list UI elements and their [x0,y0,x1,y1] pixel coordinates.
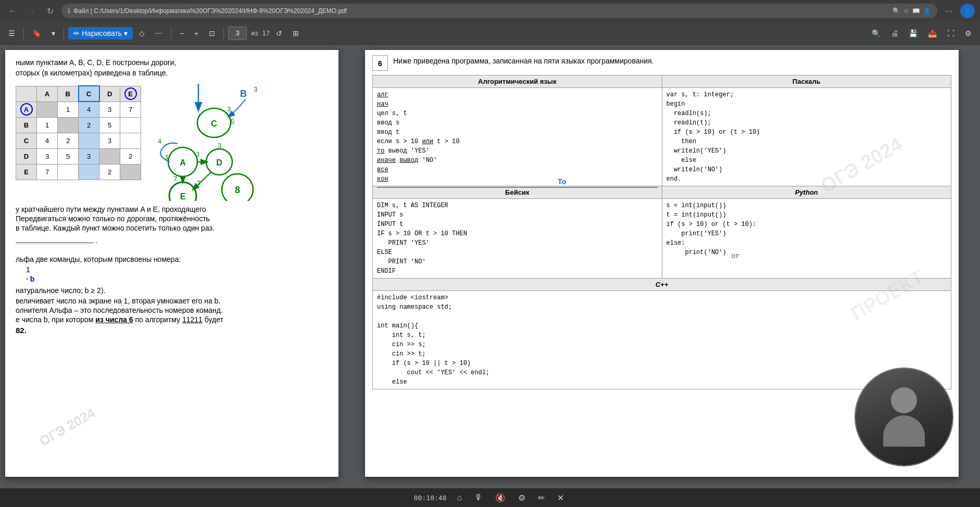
forward-button[interactable]: → [24,4,39,18]
zoom-out-button[interactable]: − [175,27,188,40]
algo-code: алг нач цел s, t ввод s ввод t если s > … [377,90,658,184]
toolbar-sep-1 [23,27,24,40]
question-header: 6 Ниже приведена программа, записанная н… [372,55,951,71]
svg-text:C: C [211,119,217,128]
draw-button[interactable]: ✏ Нарисовать ▾ [68,27,133,40]
pdf-settings-button[interactable]: ⚙ [961,27,976,40]
cpp-code: #include <iostream> using namespace std;… [377,293,947,387]
cpp-header: C++ [373,278,951,291]
svg-text:B: B [240,88,247,99]
share-button[interactable]: 📤 [924,27,941,40]
extensions-button[interactable]: ⋯ [941,4,956,18]
save-button[interactable]: 💾 [904,27,922,40]
col2-header: Паскаль [662,75,951,88]
toolbar-sep-4 [223,27,224,40]
status-close-button[interactable]: ✕ [555,491,566,505]
star-icon: ☆ [903,7,909,15]
fullscreen-button[interactable]: ⛶ [943,27,959,40]
scrollbar-area: 00:10:48 ⌂ 🎙 🔇 ⚙ ✏ ✕ [0,488,980,507]
status-home-button[interactable]: ⌂ [455,491,464,504]
cpp-code-cell: #include <iostream> using namespace std;… [373,291,951,389]
task-text-3: в таблице. Каждый пункт можно посетить т… [16,224,328,232]
task2-text2: олнителя Альфа – это последовательность … [16,306,328,314]
pascal-code: var s, t: integer; begin readln(s); read… [667,90,947,184]
status-bar: 00:10:48 ⌂ 🎙 🔇 ⚙ ✏ ✕ [0,488,980,507]
draw-dropdown-icon: ▾ [124,29,128,37]
left-intro-text: ными пунктами A, B, C, D, E построены до… [16,58,328,67]
page-sep: из [251,29,258,37]
task2-text1: величивает число на экране на 1, вторая … [16,297,328,305]
task2-line2: · b [26,275,328,283]
pdf-toolbar: ☰ 🔖 ▾ ✏ Нарисовать ▾ ◇ ⋯ − + ⊡ из 17 ↺ ⊞… [0,22,980,45]
or-annotation: or [731,252,740,260]
eraser-button[interactable]: ◇ [135,27,149,40]
to-annotation: То [558,178,566,186]
toolbar-sep-3 [171,27,171,40]
basic-code: DIM s, t AS INTEGER INPUT s INPUT t IF s… [377,201,658,276]
svg-text:5: 5 [231,118,234,125]
left-page: ными пунктами A, B, C, D, E построены до… [5,50,338,477]
svg-text:E: E [180,192,186,201]
task2-intro: льфа две команды, которым присвоены номе… [16,255,328,263]
col4-header: Python [662,186,951,199]
answer-area: . [16,236,328,245]
col1-header: Алгоритмический язык [373,75,662,88]
browser-bar: ← → ↻ ℹ Файл | C:/Users/1/Desktop/Информ… [0,0,980,22]
address-bar[interactable]: ℹ Файл | C:/Users/1/Desktop/Информатика%… [61,4,937,18]
distance-table: A B C D E A 1 4 [16,85,141,180]
search-button[interactable]: 🔍 [868,27,885,40]
task2-answer: 82. [16,326,328,335]
toolbar-sep-2 [64,27,64,40]
pascal-code-cell: var s, t: integer; begin readln(s); read… [662,88,951,186]
video-overlay [855,367,953,466]
svg-text:3: 3 [227,105,231,113]
back-button[interactable]: ← [5,4,20,18]
task2-text3: е числа b, при котором из числа 6 по алг… [16,315,328,324]
snap-button[interactable]: ⊞ [288,27,303,40]
reading-icon: 📖 [912,7,920,15]
question-number: 6 [372,55,388,71]
bookmark-tool-button[interactable]: 🔖 [28,27,45,40]
svg-text:3: 3 [218,142,221,149]
svg-text:2: 2 [197,179,200,187]
task2-line1: 1 [26,265,328,274]
python-code: s = int(input()) t = int(input()) if (s … [667,201,947,257]
task-text-1: у кратчайшего пути между пунктами A и E,… [16,205,328,213]
algo-code-cell: алг нач цел s, t ввод s ввод t если s > … [373,88,662,186]
zoom-icon: 🔍 [893,7,900,15]
graph-svg: C 3 5 A D 3 3 [152,81,271,201]
rotate-button[interactable]: ↺ [272,27,286,40]
bookmark-dropdown-button[interactable]: ▾ [47,27,59,40]
left-intro-text2: оторых (в километрах) приведена в таблиц… [16,69,328,77]
status-mic-button[interactable]: 🎙 [472,491,485,504]
address-text: Файл | C:/Users/1/Desktop/Информатика%20… [73,7,347,15]
svg-text:3: 3 [196,150,199,158]
right-page: 6 Ниже приведена программа, записанная н… [365,50,959,477]
more-tools-button[interactable]: ⋯ [151,27,167,40]
zoom-in-button[interactable]: + [190,27,203,40]
code-table: Алгоритмический язык Паскаль алг нач цел… [372,75,951,389]
pencil-icon: ✏ [73,29,80,37]
col3-header: Бейсик [373,186,662,199]
draw-label: Нарисовать [82,29,122,37]
svg-text:8: 8 [235,185,240,195]
status-pen-button[interactable]: ✏ [536,491,547,505]
basic-code-cell: DIM s, t AS INTEGER INPUT s INPUT t IF s… [373,199,662,278]
svg-line-20 [193,172,211,189]
fit-page-button[interactable]: ⊡ [205,27,219,40]
svg-text:4: 4 [158,137,161,145]
profile-button[interactable]: 👤 [960,4,975,18]
question-intro: Ниже приведена программа, записанная на … [393,55,654,67]
status-settings-button[interactable]: ⚙ [516,491,527,505]
svg-text:3: 3 [254,85,257,93]
contents-button[interactable]: ☰ [4,27,19,40]
refresh-button[interactable]: ↻ [43,4,57,18]
page-total: 17 [262,29,270,37]
status-vol-button[interactable]: 🔇 [493,491,508,505]
browser-actions: ⋯ 👤 [941,4,975,18]
page-number-input[interactable] [228,27,247,40]
svg-text:D: D [216,158,222,167]
print-button[interactable]: 🖨 [887,27,902,40]
profile-icon: 👤 [923,7,931,15]
svg-text:A: A [180,158,186,167]
